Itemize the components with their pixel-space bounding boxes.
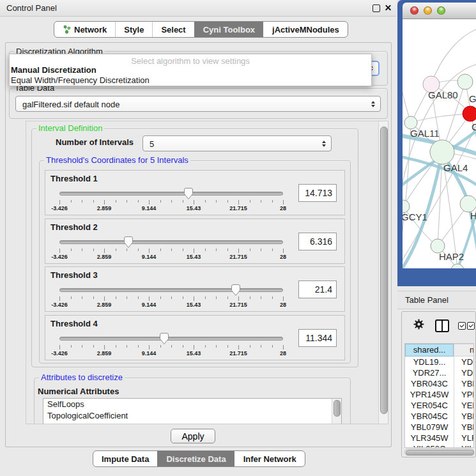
bottom-tab-impute-data[interactable]: Impute Data — [93, 451, 157, 466]
network-node-gal11[interactable] — [404, 116, 417, 129]
table-cell[interactable]: YBR0 — [461, 411, 474, 422]
list-scrollbar-thumb[interactable] — [334, 400, 341, 417]
table-cell[interactable]: YDR27... — [405, 367, 454, 378]
network-node-node-b[interactable] — [451, 264, 464, 268]
traffic-light-zoom[interactable] — [437, 6, 445, 15]
tick-mark — [261, 200, 261, 203]
settings-vertical-scrollbar[interactable] — [378, 121, 388, 424]
tick-mark — [149, 200, 150, 204]
table-cell[interactable]: YBL079W — [405, 422, 454, 433]
float-window-icon[interactable] — [372, 4, 380, 12]
column-header-name[interactable]: name — [454, 344, 474, 357]
network-edge[interactable] — [411, 114, 470, 123]
tick-label: -3.426 — [51, 350, 68, 357]
apply-button[interactable]: Apply — [171, 429, 215, 443]
slider-thumb[interactable] — [183, 187, 194, 200]
slider-track[interactable] — [59, 240, 283, 244]
threshold-value-field[interactable]: 21.4 — [298, 280, 337, 298]
table-scrollbar-thumb[interactable] — [406, 450, 474, 456]
thresholds-group: Threshold 114.713-3.4262.8599.14415.4321… — [39, 160, 351, 364]
table-cell[interactable]: YBR0 — [461, 378, 474, 389]
tick-label: -3.426 — [51, 302, 68, 308]
close-icon[interactable] — [384, 4, 392, 12]
bottom-tab-discretize-data[interactable]: Discretize Data — [157, 451, 234, 466]
attribute-list-item[interactable]: BetweennessCentrality — [43, 422, 341, 424]
dropdown-option-manual-discretization[interactable]: Manual Discretization — [11, 65, 96, 75]
network-node-node-top[interactable] — [457, 74, 473, 89]
slider-track[interactable] — [59, 192, 283, 196]
traffic-light-minimize[interactable] — [424, 6, 432, 15]
threshold-value-field[interactable]: 11.344 — [298, 329, 337, 347]
threshold-value-field[interactable]: 14.713 — [298, 184, 337, 202]
table-cell[interactable]: YIL053C — [405, 443, 454, 448]
tick-mark — [138, 296, 139, 299]
gear-icon[interactable] — [413, 319, 424, 332]
tick-label: 15.43 — [187, 302, 201, 308]
threshold-value-field[interactable]: 6.316 — [298, 233, 337, 250]
column-divider[interactable] — [454, 344, 454, 447]
network-node-label: HAP2 — [439, 251, 464, 262]
tick-mark — [127, 249, 127, 251]
tick-label: 21.715 — [229, 302, 247, 308]
tab-network[interactable]: Network — [54, 22, 115, 37]
slider-track[interactable] — [59, 288, 283, 292]
table-cell[interactable]: YDL19... — [405, 357, 454, 367]
bottom-tab-infer-network[interactable]: Infer Network — [234, 451, 305, 466]
tab-select[interactable]: Select — [152, 22, 194, 37]
table-cell[interactable]: YBR045C — [405, 411, 454, 422]
tick-mark — [93, 296, 94, 299]
slider-track[interactable] — [59, 337, 283, 341]
tick-mark — [71, 200, 72, 203]
table-cell[interactable]: YDR2 — [461, 367, 474, 378]
slider-thumb[interactable] — [231, 284, 241, 296]
table-cell[interactable]: YLR345W — [405, 433, 454, 443]
table-cell[interactable]: YIL0 — [461, 443, 474, 448]
tick-mark — [238, 296, 239, 301]
table-data-combobox[interactable]: galFiltered.sif default node — [15, 96, 381, 112]
table-cell[interactable]: YER0 — [461, 400, 474, 411]
network-edge[interactable] — [403, 123, 411, 249]
checkbox-icon[interactable] — [467, 322, 475, 330]
tick-mark — [138, 345, 139, 348]
network-canvas[interactable]: GAL80GACGAL11GAL4GCY1HAHAP2 — [403, 19, 476, 268]
tick-mark — [272, 296, 273, 299]
split-columns-icon[interactable] — [435, 319, 449, 332]
table-cell[interactable]: YPR1 — [461, 389, 474, 400]
column-header-shared-name[interactable]: shared... — [405, 344, 454, 357]
attribute-list-item[interactable]: SelfLoops — [43, 399, 341, 410]
tick-label: 9.144 — [142, 254, 157, 260]
dropdown-option-equal-width-frequency[interactable]: Equal Width/Frequency Discretization — [11, 75, 150, 85]
table-cell[interactable]: YDL1 — [461, 357, 474, 367]
tick-mark — [227, 200, 228, 203]
tick-mark — [183, 345, 183, 348]
tick-mark — [283, 249, 284, 253]
slider-thumb[interactable] — [159, 332, 169, 345]
attribute-list-item[interactable]: TopologicalCoefficient — [43, 410, 341, 422]
settings-scrollbar-thumb[interactable] — [380, 127, 388, 414]
list-scrollbar[interactable] — [332, 399, 341, 424]
tick-mark — [205, 296, 206, 299]
table-cell[interactable]: YBL0 — [461, 422, 474, 433]
tab-cyni-toolbox[interactable]: Cyni Toolbox — [194, 22, 263, 37]
attributes-group-label: Attributes to discretize — [39, 373, 125, 381]
traffic-light-close[interactable] — [410, 6, 418, 15]
tab-style[interactable]: Style — [115, 22, 152, 37]
table-cell[interactable]: YLR3 — [461, 433, 474, 443]
table-horizontal-scrollbar[interactable] — [404, 449, 474, 456]
table-cell[interactable]: YPR145W — [405, 389, 454, 400]
network-node-node-red[interactable] — [463, 106, 476, 121]
tab-jactivemnodules[interactable]: jActiveMNodules — [263, 22, 348, 37]
tick-label: 2.859 — [97, 302, 112, 308]
network-node-gcy1[interactable] — [403, 200, 410, 213]
tick-mark — [238, 249, 239, 253]
tick-mark — [93, 345, 94, 348]
tick-mark — [59, 200, 60, 204]
tick-mark — [194, 296, 194, 301]
slider-thumb[interactable] — [123, 236, 134, 249]
network-node-label: GAL80 — [428, 89, 458, 100]
table-cell[interactable]: YER054C — [405, 400, 454, 411]
network-node-gal4[interactable] — [430, 140, 454, 164]
table-cell[interactable]: YBR043C — [405, 378, 454, 389]
checkbox-icon[interactable] — [458, 322, 466, 330]
number-of-intervals-combobox[interactable]: 5 — [142, 135, 332, 151]
